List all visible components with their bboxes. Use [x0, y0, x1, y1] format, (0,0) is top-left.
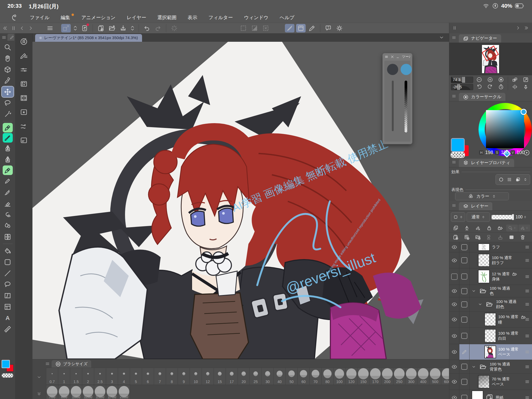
- brush-size-cell[interactable]: 1200: [82, 385, 94, 399]
- layer-menu-icon[interactable]: [524, 379, 530, 384]
- layer-visibility-cell[interactable]: [449, 328, 459, 344]
- open-file-button[interactable]: [107, 24, 117, 32]
- clip-to-layer-below-button[interactable]: [450, 225, 461, 232]
- brush-size-tab[interactable]: ブラシサイズ: [52, 360, 91, 368]
- brush-size-cell[interactable]: 1000: [70, 385, 82, 399]
- layer-visibility-cell[interactable]: [449, 344, 459, 360]
- expression-color-dropdown[interactable]: カラー: [455, 192, 509, 200]
- file-more-button[interactable]: [130, 24, 135, 32]
- navigator-tab[interactable]: ナビゲーター: [459, 34, 501, 43]
- brush-size-cell[interactable]: 40: [273, 368, 286, 385]
- redo-button[interactable]: [153, 24, 163, 32]
- layer-menu-icon[interactable]: [524, 317, 530, 322]
- airbrush-tool[interactable]: [2, 187, 14, 197]
- reset-rotation-button[interactable]: [496, 84, 506, 90]
- frame-border-tool[interactable]: [2, 290, 14, 301]
- text-tool[interactable]: A: [2, 313, 14, 323]
- tone-effect-icon[interactable]: [506, 177, 512, 182]
- tool-main-color[interactable]: [387, 64, 398, 75]
- layer-property-tab[interactable]: レイヤープロパティ: [459, 159, 514, 167]
- new-layer-folder-button[interactable]: [473, 234, 483, 241]
- collapse-panel-icon[interactable]: [37, 391, 41, 396]
- transparent-color[interactable]: [451, 152, 465, 158]
- layer-visibility-cell[interactable]: [449, 268, 459, 285]
- timeline[interactable]: [18, 92, 30, 104]
- layer-menu-icon[interactable]: [524, 289, 530, 293]
- brush-size-cell[interactable]: 1700: [106, 385, 118, 399]
- color-circle-grip-icon[interactable]: [452, 94, 456, 98]
- collapse-row-icon[interactable]: [37, 375, 41, 380]
- grip-icon[interactable]: [11, 25, 16, 31]
- toolbar-menu-button[interactable]: [45, 24, 55, 32]
- lock-transparent-pixels-button[interactable]: [495, 225, 506, 232]
- layer-menu-icon[interactable]: [524, 395, 530, 399]
- tool-property[interactable]: [18, 64, 30, 76]
- menu-item-7[interactable]: ウィンドウ: [244, 14, 268, 21]
- layer-row[interactable]: 100 % 通常ベース: [449, 344, 532, 360]
- menu-item-0[interactable]: ファイル: [30, 14, 49, 21]
- new-canvas-button[interactable]: [96, 24, 106, 32]
- brush-size-cell[interactable]: 17: [226, 368, 238, 385]
- brush-size-cell[interactable]: 2.5: [94, 368, 106, 385]
- layer-checkbox-cell[interactable]: [459, 242, 469, 252]
- gradient-tool[interactable]: [2, 257, 14, 267]
- lock-layer-button[interactable]: [484, 225, 494, 232]
- pencil-tool[interactable]: [2, 176, 14, 186]
- document-tab[interactable]: レーヴァテイン1* (B5 2508 x 3541px 350dpi 74.3%…: [35, 34, 142, 42]
- menu-item-1[interactable]: 編集: [61, 14, 70, 21]
- layer-menu-icon[interactable]: [524, 334, 530, 338]
- layer-checkbox-cell[interactable]: [459, 390, 469, 399]
- foreground-color-swatch[interactable]: [2, 360, 10, 368]
- snap-to-special-ruler-button[interactable]: [296, 24, 306, 32]
- chevs-left-icon[interactable]: [2, 25, 8, 31]
- layer-checkbox-cell[interactable]: [459, 360, 469, 373]
- brush-size-cell[interactable]: 120: [345, 368, 358, 385]
- layer-panel-grip-icon[interactable]: [452, 203, 456, 208]
- grip-icon[interactable]: [452, 25, 457, 31]
- layer-menu-icon[interactable]: [524, 245, 530, 250]
- settings-button[interactable]: [335, 24, 344, 32]
- decoration-tool-2[interactable]: [2, 154, 14, 165]
- brush-size-cell[interactable]: 20: [238, 368, 250, 385]
- menu-item-4[interactable]: 選択範囲: [157, 14, 176, 21]
- minimize-icon[interactable]: [396, 55, 400, 59]
- ruler-tool[interactable]: [2, 324, 14, 334]
- brush-size-cell[interactable]: 1: [58, 368, 70, 385]
- color-circle-tab[interactable]: カラーサークル: [459, 93, 505, 101]
- brush-size-cell[interactable]: 700: [46, 385, 58, 399]
- menu-item-5[interactable]: 表示: [188, 14, 197, 21]
- tool-sub-color[interactable]: [401, 64, 412, 75]
- tab-list-chevron-icon[interactable]: [439, 35, 444, 40]
- palette-color-selector[interactable]: [451, 212, 465, 222]
- figure-tool[interactable]: [2, 268, 14, 279]
- enable-mask-button[interactable]: [506, 225, 518, 231]
- save-file-button[interactable]: [118, 24, 128, 32]
- menu-item-8[interactable]: ヘルプ: [280, 14, 294, 21]
- new-vector-layer-button[interactable]: [462, 234, 472, 241]
- transfer-to-lower-layer-button[interactable]: [484, 234, 494, 241]
- folder-expand-icon[interactable]: [472, 289, 476, 293]
- tool-switcher-button[interactable]: [72, 24, 78, 32]
- layer-checkbox-cell[interactable]: [459, 252, 469, 268]
- layer-checkbox-cell[interactable]: [459, 285, 469, 297]
- color-set[interactable]: [18, 78, 30, 90]
- layer-visibility-cell[interactable]: [449, 297, 459, 311]
- actual-size-button[interactable]: [521, 76, 531, 83]
- selection-tool[interactable]: [2, 98, 14, 108]
- brush-size-cell[interactable]: 7: [154, 368, 166, 385]
- chev-left-icon[interactable]: [19, 25, 25, 31]
- brush-size-cell[interactable]: 0.7: [46, 368, 58, 385]
- close-icon[interactable]: [390, 55, 394, 59]
- eraser-tool[interactable]: [2, 198, 14, 209]
- layer-visibility-cell[interactable]: [449, 252, 459, 268]
- mesh-transform-tool[interactable]: [2, 231, 14, 242]
- brush-size-cell[interactable]: 4: [118, 368, 130, 385]
- layer-visibility-cell[interactable]: [449, 242, 459, 252]
- brush-size-cell[interactable]: 60: [297, 368, 310, 385]
- zoom-out-button[interactable]: [474, 76, 484, 83]
- pen-tool[interactable]: [3, 123, 13, 132]
- clip-studio-launcher-button[interactable]: [80, 24, 89, 32]
- new-raster-layer-button[interactable]: [450, 234, 461, 241]
- brush-size-cell[interactable]: 25: [250, 368, 262, 385]
- floating-tool-window[interactable]: ツール: [383, 53, 412, 144]
